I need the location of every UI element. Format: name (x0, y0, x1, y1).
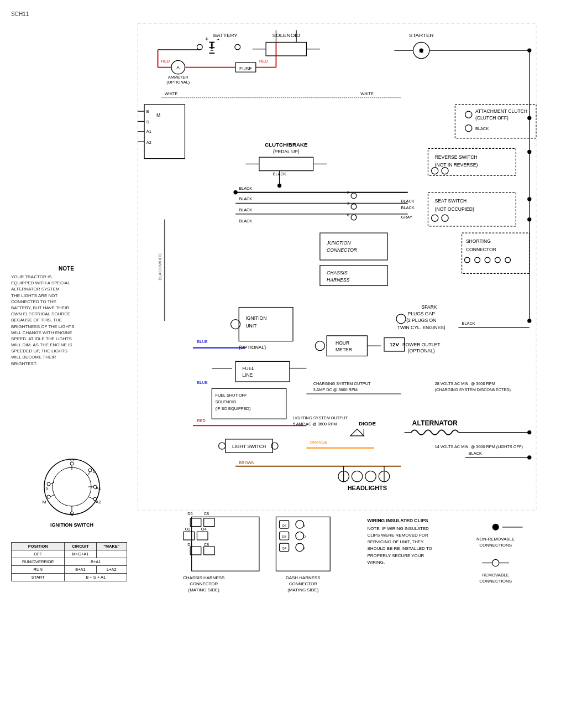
svg-text:BLACK: BLACK (469, 451, 482, 456)
svg-text:CHARGING SYSTEM OUTPUT: CHARGING SYSTEM OUTPUT (313, 381, 371, 386)
svg-text:PLUGS GAP: PLUGS GAP (408, 311, 436, 316)
table-row: OFF M+G+A1 (12, 550, 127, 558)
svg-text:BLUE: BLUE (197, 339, 207, 344)
svg-point-225 (492, 559, 499, 566)
schema-label: SCH11 (11, 11, 29, 17)
svg-text:O4: O4 (201, 527, 207, 532)
svg-text:CONNECTOR: CONNECTOR (190, 581, 218, 586)
svg-text:M: M (43, 500, 46, 505)
row0-make (96, 550, 127, 558)
svg-point-19 (420, 48, 423, 52)
svg-text:RED: RED (259, 59, 268, 64)
svg-text:(OPTIONAL): (OPTIONAL) (408, 348, 435, 353)
svg-text:TWIN CYL. ENGINES): TWIN CYL. ENGINES) (397, 325, 446, 330)
svg-text:+: + (205, 35, 208, 42)
row1-circuit: B+A1 (65, 558, 127, 566)
svg-text:RED: RED (161, 59, 170, 64)
svg-text:BLACK: BLACK (239, 186, 252, 191)
svg-text:S: S (45, 486, 48, 491)
row2-circuit: B+A1 (65, 566, 96, 574)
svg-text:ALTERNATOR: ALTERNATOR (412, 419, 458, 427)
note-line-2: EQUIPPED WITH A SPECIAL (11, 280, 70, 285)
svg-text:6: 6 (347, 212, 349, 217)
svg-point-9 (235, 44, 240, 50)
svg-text:FUSE: FUSE (239, 66, 252, 71)
svg-text:HOUR: HOUR (336, 340, 349, 346)
svg-text:BLACK: BLACK (401, 199, 415, 204)
svg-rect-11 (266, 42, 306, 55)
table-header-circuit: CIRCUIT (65, 543, 96, 550)
svg-rect-59 (259, 157, 313, 170)
svg-rect-128 (327, 336, 367, 356)
svg-text:CLIPS WERE REMOVED FOR: CLIPS WERE REMOVED FOR (367, 533, 428, 538)
svg-text:(CHARGING SYSTEM DISCONNECTED): (CHARGING SYSTEM DISCONNECTED) (435, 387, 511, 392)
svg-text:3: 3 (347, 201, 349, 206)
svg-text:SOLENOID: SOLENOID (215, 399, 236, 404)
svg-text:LINE: LINE (242, 372, 253, 378)
svg-text:(MATING SIDE): (MATING SIDE) (188, 587, 220, 592)
row2-make: L+A2 (96, 566, 127, 574)
note-line-12: WILL DIM. AS THE ENGINE IS (11, 342, 72, 347)
svg-text:METER: METER (336, 347, 352, 352)
svg-point-174 (527, 455, 531, 459)
svg-point-87 (351, 215, 357, 220)
svg-text:CLUTCH/BRAKE: CLUTCH/BRAKE (265, 142, 308, 148)
svg-rect-137 (235, 361, 290, 382)
row0-circuit: M+G+A1 (65, 550, 96, 558)
svg-text:A2: A2 (96, 500, 101, 505)
svg-text:CHASSIS HARNESS: CHASSIS HARNESS (183, 575, 224, 580)
svg-line-248 (87, 472, 90, 476)
ignition-switch-svg: G L A1 S M A2 B (33, 454, 111, 520)
svg-text:CONNECTOR: CONNECTOR (289, 581, 317, 586)
svg-rect-230 (138, 23, 536, 510)
svg-text:CONNECTIONS: CONNECTIONS (479, 579, 512, 584)
svg-text:D8: D8 (282, 534, 286, 538)
svg-point-102 (475, 257, 480, 263)
svg-text:BLACK: BLACK (239, 196, 252, 201)
svg-text:12V: 12V (390, 341, 400, 347)
note-line-4: THE LIGHTS ARE NOT (11, 293, 57, 298)
svg-line-251 (50, 495, 55, 497)
note-line-1: YOUR TRACTOR IS (11, 274, 52, 279)
page: SCH11 BATTERY + - SOLENOID STARTER M (0, 0, 566, 728)
svg-text:A2: A2 (146, 140, 151, 145)
svg-point-113 (527, 319, 531, 323)
svg-text:LIGHTING SYSTEM OUTPUT: LIGHTING SYSTEM OUTPUT (293, 415, 348, 420)
row3-pos: START (12, 574, 65, 581)
svg-point-243 (47, 482, 50, 486)
svg-rect-189 (184, 532, 195, 540)
svg-text:ORANGE: ORANGE (310, 440, 328, 445)
svg-text:UNIT: UNIT (245, 323, 257, 329)
svg-text:DASH HARNESS: DASH HARNESS (286, 575, 321, 580)
svg-text:BLACK: BLACK (239, 219, 252, 223)
svg-text:-: - (217, 35, 219, 42)
svg-text:SHOULD BE RE-INSTALLED TO: SHOULD BE RE-INSTALLED TO (367, 546, 432, 551)
svg-text:(IF SO EQUIPPED): (IF SO EQUIPPED) (215, 406, 250, 411)
svg-point-109 (527, 116, 531, 120)
svg-text:ATTACHMENT CLUTCH: ATTACHMENT CLUTCH (475, 108, 527, 114)
svg-text:FUEL SHUT-OFF: FUEL SHUT-OFF (215, 393, 247, 398)
svg-text:CONNECTOR: CONNECTOR (327, 247, 357, 253)
svg-point-68 (432, 168, 438, 174)
svg-text:PROPERLY SECURE YOUR: PROPERLY SECURE YOUR (367, 553, 424, 558)
svg-point-241 (88, 469, 92, 472)
svg-text:(2 PLUGS ON: (2 PLUGS ON (406, 318, 436, 323)
svg-text:POWER OUTLET: POWER OUTLET (402, 342, 441, 347)
svg-point-64 (277, 184, 281, 188)
table-row: RUN/OVERRIDE B+A1 (12, 558, 127, 566)
svg-point-232 (53, 467, 91, 506)
svg-text:WIRING INSULATED CLIPS: WIRING INSULATED CLIPS (367, 518, 428, 523)
svg-text:BLUE: BLUE (197, 380, 207, 385)
svg-point-8 (197, 44, 202, 50)
note-line-7: OWN ELECTRICAL SOURCE. (11, 311, 72, 316)
svg-text:LIGHT SWITCH: LIGHT SWITCH (232, 444, 266, 449)
svg-text:(CLUTCH OFF): (CLUTCH OFF) (475, 115, 509, 121)
svg-text:BROWN: BROWN (239, 460, 254, 465)
svg-rect-190 (197, 532, 208, 540)
svg-text:BLACK/WHITE: BLACK/WHITE (158, 253, 163, 280)
svg-text:L: L (93, 469, 96, 474)
svg-text:REVERSE SWITCH: REVERSE SWITCH (435, 154, 478, 160)
svg-rect-194 (204, 547, 215, 555)
svg-point-101 (464, 257, 470, 263)
svg-point-78 (432, 215, 438, 221)
